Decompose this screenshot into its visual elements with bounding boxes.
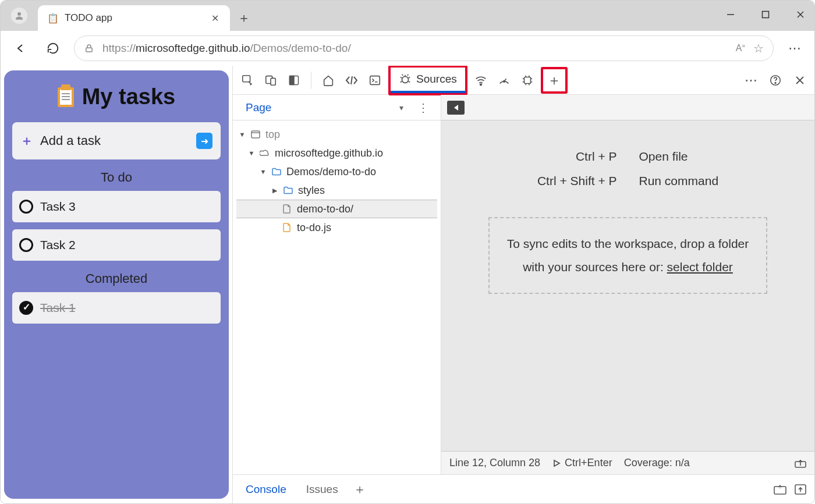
tree-node-styles[interactable]: ▶ styles (236, 181, 437, 200)
folder-icon (283, 185, 293, 196)
svg-rect-2 (763, 12, 769, 18)
close-tab-button[interactable]: ✕ (208, 11, 222, 25)
tree-node-index[interactable]: demo-to-do/ (236, 200, 437, 218)
drawer-add-tab[interactable]: ＋ (353, 481, 366, 498)
svg-rect-5 (86, 48, 93, 52)
svg-rect-10 (290, 76, 295, 84)
collapse-sidebar-button[interactable] (447, 101, 465, 115)
reader-mode-icon[interactable]: A» (736, 42, 745, 54)
svg-rect-15 (524, 77, 530, 83)
task-row[interactable]: Task 3 (12, 191, 221, 222)
task-name: Task 3 (40, 200, 76, 214)
tab-title: TODO app (65, 12, 208, 24)
drawer-expand-icon[interactable] (774, 484, 786, 495)
svg-rect-11 (370, 76, 380, 84)
elements-tab-icon[interactable] (342, 70, 362, 90)
back-button[interactable] (9, 37, 32, 60)
tree-node-js[interactable]: to-do.js (236, 218, 437, 237)
browser-toolbar: https://microsoftedge.github.io/Demos/de… (1, 31, 814, 66)
favorite-icon[interactable]: ☆ (753, 41, 764, 55)
run-snippet-button[interactable]: Ctrl+Enter (552, 457, 612, 469)
completed-heading: Completed (12, 271, 221, 286)
play-icon (552, 459, 561, 468)
add-task-button[interactable]: ＋ Add a task ➜ (12, 122, 221, 159)
svg-point-0 (17, 12, 21, 16)
navigator-menu[interactable]: ⋮ (413, 98, 434, 117)
svg-rect-8 (271, 78, 275, 85)
sources-editor: Ctrl + P Open file Ctrl + Shift + P Run … (441, 95, 814, 474)
memory-tab-icon[interactable] (518, 70, 537, 90)
arrow-right-icon[interactable]: ➜ (196, 133, 212, 149)
close-window-button[interactable] (791, 5, 810, 24)
clipboard-icon: 📋 (47, 12, 59, 24)
svg-point-14 (503, 80, 505, 82)
drawer-console-tab[interactable]: Console (241, 480, 291, 499)
device-toggle-icon[interactable] (261, 70, 281, 90)
app-title: My tasks (12, 84, 221, 109)
checkbox-checked-icon[interactable] (19, 301, 33, 315)
lock-icon (84, 43, 94, 54)
devtools-toolbar: Sources ＋ ⋯ (233, 66, 814, 95)
close-devtools-button[interactable] (790, 70, 810, 90)
address-bar[interactable]: https://microsoftedge.github.io/Demos/de… (74, 36, 774, 61)
upload-icon[interactable] (795, 459, 806, 468)
plus-icon: ＋ (20, 132, 33, 150)
inspect-element-icon[interactable] (238, 70, 257, 90)
browser-menu-button[interactable]: ⋯ (783, 37, 806, 60)
file-icon (282, 204, 292, 214)
editor-statusbar: Line 12, Column 28 Ctrl+Enter Coverage: … (441, 451, 814, 474)
page-content: My tasks ＋ Add a task ➜ To do Task 3 Tas… (1, 66, 232, 503)
svg-point-17 (775, 82, 776, 83)
file-tree: ▼ top ▼ microsoftedge.github.io ▼ (233, 120, 441, 242)
more-tabs-button[interactable]: ＋ (544, 70, 564, 90)
drawer-issues-tab[interactable]: Issues (302, 480, 343, 499)
task-name: Task 2 (40, 238, 76, 252)
checkbox-icon[interactable] (19, 200, 33, 214)
task-row[interactable]: Task 2 (12, 229, 221, 261)
console-tab-icon[interactable] (365, 70, 385, 90)
welcome-tab-icon[interactable] (318, 70, 338, 90)
devtools-drawer: Console Issues ＋ (233, 474, 814, 503)
tree-node-folder[interactable]: ▼ Demos/demo-to-do (236, 162, 437, 181)
checkbox-icon[interactable] (19, 238, 33, 252)
profile-avatar[interactable] (11, 8, 27, 24)
sources-tab[interactable]: Sources (391, 68, 465, 93)
app-heading: My tasks (82, 84, 176, 109)
window-icon (250, 129, 261, 140)
devtools-settings-menu[interactable]: ⋯ (741, 70, 761, 90)
new-tab-button[interactable]: ＋ (232, 6, 256, 30)
cloud-icon (260, 148, 270, 158)
drawer-dock-icon[interactable] (795, 484, 806, 495)
svg-rect-23 (774, 487, 786, 494)
js-file-icon (282, 222, 292, 233)
tree-node-host[interactable]: ▼ microsoftedge.github.io (236, 144, 437, 162)
svg-rect-6 (243, 75, 250, 81)
add-task-label: Add a task (40, 133, 189, 148)
shortcut-hints: Ctrl + P Open file Ctrl + Shift + P Run … (526, 144, 730, 194)
select-folder-link[interactable]: select folder (667, 260, 733, 274)
task-row[interactable]: Task 1 (12, 292, 221, 324)
browser-titlebar: 📋 TODO app ✕ ＋ (1, 1, 814, 31)
performance-tab-icon[interactable] (494, 70, 514, 90)
coverage-label: Coverage: n/a (624, 457, 690, 469)
workspace-dropzone[interactable]: To sync edits to the workspace, drop a f… (488, 217, 768, 294)
help-icon[interactable] (766, 70, 785, 90)
devtools-panel: Sources ＋ ⋯ (232, 66, 814, 503)
todo-heading: To do (12, 170, 221, 185)
network-tab-icon[interactable] (471, 70, 491, 90)
maximize-button[interactable] (756, 5, 775, 24)
refresh-button[interactable] (41, 37, 65, 60)
chevron-down-icon[interactable]: ▾ (396, 100, 407, 116)
cursor-position: Line 12, Column 28 (449, 457, 540, 469)
browser-tab[interactable]: 📋 TODO app ✕ (38, 5, 230, 31)
tree-node-top[interactable]: ▼ top (236, 125, 437, 144)
svg-point-13 (480, 83, 481, 85)
dock-side-icon[interactable] (284, 70, 304, 90)
page-tab[interactable]: Page (240, 97, 277, 119)
minimize-button[interactable] (721, 5, 740, 24)
svg-rect-20 (251, 131, 260, 138)
clipboard-icon (58, 87, 74, 107)
url-text: https://microsoftedge.github.io/Demos/de… (102, 42, 728, 55)
folder-icon (271, 166, 282, 177)
svg-point-12 (402, 76, 409, 83)
